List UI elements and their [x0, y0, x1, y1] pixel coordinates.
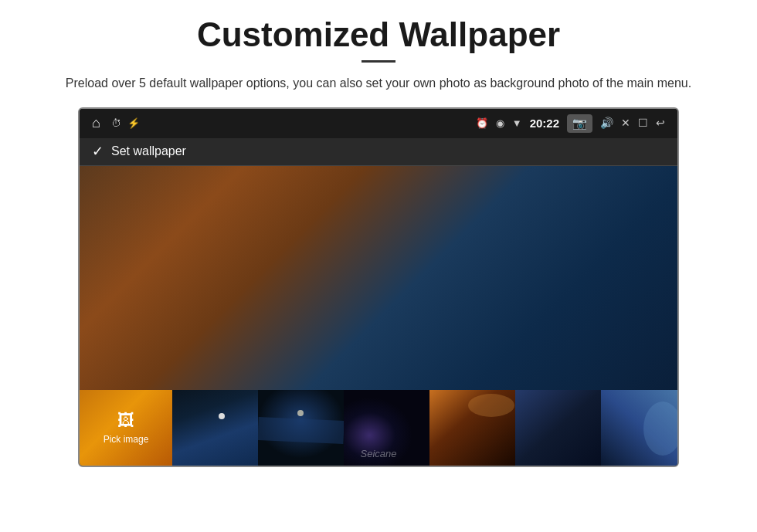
signal-icon: ▼: [512, 117, 522, 130]
svg-line-2: [258, 429, 344, 432]
svg-point-1: [297, 410, 304, 416]
thumbnail-strip-inner: 🖼 Pick image: [80, 390, 125, 466]
thumbnail-strip: 🖼 Pick image: [80, 390, 677, 466]
alarm-icon: ⏰: [476, 117, 488, 130]
location-icon: ◉: [496, 117, 504, 130]
wallpaper-thumb-2[interactable]: [258, 390, 344, 466]
pick-image-label: Pick image: [104, 434, 149, 445]
back-icon[interactable]: ↩: [656, 117, 665, 130]
title-divider: [362, 60, 395, 63]
check-icon: ✓: [92, 143, 104, 160]
volume-icon[interactable]: 🔊: [600, 117, 613, 130]
status-right: ⏰ ◉ ▼ 20:22 📷 🔊 ✕ ☐ ↩: [476, 114, 665, 133]
status-bar: ⌂ ⏱ ⚡ ⏰ ◉ ▼ 20:22 📷 🔊 ✕ ☐ ↩: [80, 109, 677, 138]
window-icon[interactable]: ☐: [638, 117, 648, 130]
wallpaper-thumb-6[interactable]: [601, 390, 677, 466]
thumb-svg-4: [429, 390, 515, 466]
page-title: Customized Wallpaper: [197, 15, 560, 54]
camera-button[interactable]: 📷: [567, 114, 592, 133]
wallpaper-preview: [80, 166, 677, 390]
page-subtitle: Preload over 5 default wallpaper options…: [66, 73, 691, 93]
svg-rect-6: [515, 390, 601, 466]
wallpaper-thumb-3[interactable]: [344, 390, 429, 466]
close-icon[interactable]: ✕: [621, 117, 630, 130]
left-status-icons: ⏱ ⚡: [111, 117, 140, 130]
thumb-svg-3: [344, 390, 429, 466]
status-left: ⌂ ⏱ ⚡: [92, 115, 140, 131]
wallpaper-header-bar: ✓ Set wallpaper: [80, 138, 677, 166]
thumb-svg-5: [515, 390, 601, 466]
wallpaper-thumb-1[interactable]: [172, 390, 258, 466]
svg-point-5: [468, 394, 514, 417]
home-icon[interactable]: ⌂: [92, 115, 100, 131]
camera-icon: 📷: [572, 117, 587, 130]
time-display: 20:22: [530, 117, 559, 130]
device-screen: ⌂ ⏱ ⚡ ⏰ ◉ ▼ 20:22 📷 🔊 ✕ ☐ ↩: [78, 107, 679, 467]
wallpaper-thumb-4[interactable]: [429, 390, 515, 466]
usb-icon: ⚡: [127, 117, 140, 130]
moon-detail: [219, 413, 225, 419]
wallpaper-thumb-5[interactable]: [515, 390, 601, 466]
page-wrapper: Customized Wallpaper Preload over 5 defa…: [0, 0, 757, 483]
svg-rect-3: [344, 390, 429, 466]
thumb-svg-6: [601, 390, 677, 466]
pick-image-thumb[interactable]: 🖼 Pick image: [80, 390, 172, 466]
set-wallpaper-label: Set wallpaper: [111, 144, 186, 158]
clock-icon: ⏱: [111, 117, 121, 130]
action-icons: 🔊 ✕ ☐ ↩: [600, 117, 665, 130]
pick-image-icon: 🖼: [117, 411, 134, 431]
thumb-svg-2: [258, 390, 344, 466]
